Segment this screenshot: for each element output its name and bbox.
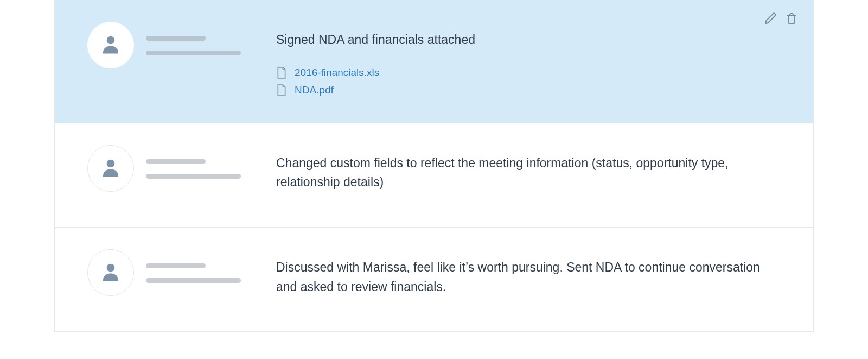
item-actions bbox=[764, 12, 798, 25]
user-icon bbox=[99, 33, 122, 58]
avatar-column bbox=[87, 145, 134, 192]
meta-placeholder bbox=[146, 159, 206, 164]
activity-item[interactable]: Discussed with Marissa, feel like it’s w… bbox=[55, 228, 813, 332]
attachment-name: 2016-financials.xls bbox=[295, 67, 379, 79]
avatar bbox=[87, 249, 134, 296]
svg-point-2 bbox=[107, 264, 115, 272]
meta-placeholder bbox=[146, 36, 206, 41]
activity-item[interactable]: Signed NDA and financials attached 2016-… bbox=[55, 0, 813, 123]
file-icon bbox=[276, 66, 287, 79]
svg-point-1 bbox=[107, 159, 115, 167]
meta-column bbox=[146, 22, 254, 65]
meta-column bbox=[146, 145, 254, 188]
svg-point-0 bbox=[107, 36, 115, 45]
avatar bbox=[87, 145, 134, 192]
meta-placeholder bbox=[146, 51, 241, 55]
content-column: Signed NDA and financials attached 2016-… bbox=[276, 22, 781, 101]
attachment-link[interactable]: NDA.pdf bbox=[276, 84, 781, 97]
meta-placeholder bbox=[146, 174, 241, 179]
attachment-name: NDA.pdf bbox=[295, 84, 334, 96]
edit-icon[interactable] bbox=[764, 12, 777, 25]
content-column: Changed custom fields to reflect the mee… bbox=[276, 145, 781, 205]
activity-text: Discussed with Marissa, feel like it’s w… bbox=[276, 258, 781, 297]
meta-placeholder bbox=[146, 278, 241, 283]
user-icon bbox=[99, 156, 122, 181]
user-icon bbox=[99, 260, 122, 285]
meta-column bbox=[146, 249, 254, 293]
activity-text: Changed custom fields to reflect the mee… bbox=[276, 154, 781, 192]
trash-icon[interactable] bbox=[785, 12, 798, 25]
avatar bbox=[87, 22, 134, 68]
content-column: Discussed with Marissa, feel like it’s w… bbox=[276, 249, 781, 310]
activity-item[interactable]: Changed custom fields to reflect the mee… bbox=[55, 123, 813, 228]
avatar-column bbox=[87, 22, 134, 68]
attachments: 2016-financials.xls NDA.pdf bbox=[276, 66, 781, 97]
avatar-column bbox=[87, 249, 134, 296]
file-icon bbox=[276, 84, 287, 97]
activity-text: Signed NDA and financials attached bbox=[276, 30, 781, 50]
activity-feed: Signed NDA and financials attached 2016-… bbox=[54, 0, 814, 332]
meta-placeholder bbox=[146, 263, 206, 268]
attachment-link[interactable]: 2016-financials.xls bbox=[276, 66, 781, 79]
